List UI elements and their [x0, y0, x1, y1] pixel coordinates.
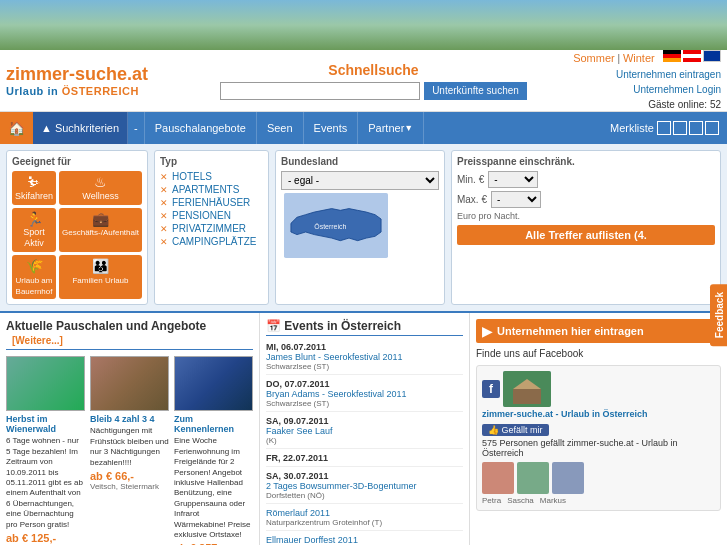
feedback-tab[interactable]: Feedback: [710, 284, 727, 346]
angebot-title-2[interactable]: Bleib 4 zahl 3 4: [90, 414, 169, 424]
typ-title: Typ: [160, 156, 263, 167]
search-panel: Geeignet für ⛷ Skifahren ♨ Wellness 🏃 Sp…: [0, 144, 727, 313]
chevron-down-icon: ▼: [404, 123, 413, 133]
geeignet-skifahren[interactable]: ⛷ Skifahren: [12, 171, 56, 205]
geeignet-wellness[interactable]: ♨ Wellness: [59, 171, 142, 205]
suchkriterien-label: Suchkriterien: [55, 122, 119, 134]
preis-min-select[interactable]: -102050: [488, 171, 538, 188]
camping-label: CAMPINGPLÄTZE: [172, 236, 256, 247]
nav-events[interactable]: Events: [304, 112, 359, 144]
typ-pensionen[interactable]: PENSIONEN: [160, 210, 263, 221]
login-link[interactable]: Unternehmen Login: [561, 82, 721, 97]
typ-apartments[interactable]: APARTMENTS: [160, 184, 263, 195]
typ-camping[interactable]: CAMPINGPLÄTZE: [160, 236, 263, 247]
preis-max-label: Max. €: [457, 194, 487, 205]
bundesland-select-wrapper: - egal - Wien Steiermark Kärnten Tirol Ö…: [281, 171, 439, 260]
event-date-5: SA, 30.07.2011: [266, 471, 463, 481]
sport-icon: 🏃: [15, 211, 53, 228]
unternehmen-title[interactable]: Unternehmen hier eintragen: [497, 325, 644, 337]
bundesland-dropdown[interactable]: - egal - Wien Steiermark Kärnten Tirol: [281, 171, 439, 190]
event-name-7[interactable]: Ellmauer Dorffest 2011: [266, 535, 463, 545]
event-item-3: SA, 09.07.2011 Faaker See Lauf (K): [266, 416, 463, 449]
typ-privatzimmer[interactable]: PRIVATZIMMER: [160, 223, 263, 234]
guests-count: Gäste online: 52: [648, 99, 721, 110]
geeignet-geschaeft[interactable]: 💼 Geschäfts-/Aufenthalt: [59, 208, 142, 252]
bookmark-box-3[interactable]: [689, 121, 703, 135]
sommer-link[interactable]: Sommer: [573, 52, 615, 64]
angebot-title-1[interactable]: Herbst im Wienerwald: [6, 414, 85, 434]
angebot-item-1: Herbst im Wienerwald 6 Tage wohnen - nur…: [6, 356, 85, 545]
geeignet-sport[interactable]: 🏃 Sport Aktiv: [12, 208, 56, 252]
facebook-box: f zimmer-suche.at - Urlaub in Österreich…: [476, 365, 721, 511]
wellness-label: Wellness: [82, 191, 118, 201]
home-button[interactable]: 🏠: [0, 112, 33, 144]
partner-label: Partner: [368, 122, 404, 134]
geeignet-title: Geeignet für: [12, 156, 142, 167]
angebot-thumb-1: [6, 356, 85, 411]
angebote-grid: Herbst im Wienerwald 6 Tage wohnen - nur…: [6, 356, 253, 545]
angebot-desc-2: Nächtigungen mit Frühstück bleiben und n…: [90, 426, 169, 468]
search-input[interactable]: [220, 82, 420, 100]
event-item-1: MI, 06.07.2011 James Blunt - Seerokfesti…: [266, 342, 463, 375]
angebot-desc-3: Eine Woche Ferienwohnung im Freigelände …: [174, 436, 253, 540]
logo-sub: Urlaub in ÖSTERREICH: [6, 85, 186, 97]
event-name-1[interactable]: James Blunt - Seerokfestival 2011: [266, 352, 463, 362]
event-item-7: Ellmauer Dorffest 2011: [266, 535, 463, 545]
typ-hotels[interactable]: HOTELS: [160, 171, 263, 182]
fb-header: f: [482, 371, 715, 407]
bookmark-box-2[interactable]: [673, 121, 687, 135]
search-button[interactable]: Unterkünfte suchen: [424, 82, 527, 100]
flag-en-icon[interactable]: [703, 50, 721, 62]
bookmark-box-1[interactable]: [657, 121, 671, 135]
fb-like-button[interactable]: 👍 Gefällt mir: [482, 424, 549, 436]
geeignet-familie[interactable]: 👪 Familien Urlaub: [59, 255, 142, 299]
angebot-desc-1: 6 Tage wohnen - nur 5 Tage bezahlen! Im …: [6, 436, 85, 530]
hotels-label: HOTELS: [172, 171, 212, 182]
event-date-3: SA, 09.07.2011: [266, 416, 463, 426]
winter-link[interactable]: Winter: [623, 52, 655, 64]
angebot-item-3: Zum Kennenlernen Eine Woche Ferienwohnun…: [174, 356, 253, 545]
nav-seen[interactable]: Seen: [257, 112, 304, 144]
bookmark-boxes: [657, 121, 719, 135]
geschaeft-icon: 💼: [62, 211, 139, 228]
unternehmen-header: ▶ Unternehmen hier eintragen: [476, 319, 721, 343]
typ-ferienhauser[interactable]: FERIENHÄUSER: [160, 197, 263, 208]
event-name-6[interactable]: Römerlauf 2011: [266, 508, 463, 518]
eintragen-link[interactable]: Unternehmen eintragen: [561, 67, 721, 82]
fb-person-1: Petra: [482, 496, 501, 505]
nav-merkliste: Merkliste: [602, 121, 727, 135]
event-name-3[interactable]: Faaker See Lauf: [266, 426, 463, 436]
pauschalen-more-link[interactable]: [Weitere...]: [12, 335, 63, 346]
fb-logo-icon: f: [482, 380, 500, 398]
angebot-title-3[interactable]: Zum Kennenlernen: [174, 414, 253, 434]
bookmark-box-4[interactable]: [705, 121, 719, 135]
flag-at-icon[interactable]: [683, 50, 701, 62]
event-name-2[interactable]: Bryan Adams - Seerokfestival 2011: [266, 389, 463, 399]
event-item-2: DO, 07.07.2011 Bryan Adams - Seerokfesti…: [266, 379, 463, 412]
nav-partner[interactable]: Partner ▼: [358, 112, 424, 144]
preis-section: Preisspanne einschränk. Min. € -102050 M…: [451, 150, 721, 305]
event-location-1: Schwarzlsee (ST): [266, 362, 463, 371]
privatzimmer-label: PRIVATZIMMER: [172, 223, 246, 234]
angebot-location-2: Veitsch, Steiermark: [90, 482, 169, 491]
event-name-5[interactable]: 2 Tages Bowsummer-3D-Bogentumer: [266, 481, 463, 491]
pauschalen-title: Aktuelle Pauschalen und Angebote [Weiter…: [6, 319, 253, 350]
fb-person-thumb-1: [482, 462, 514, 494]
wellness-icon: ♨: [62, 174, 139, 191]
facebook-f-icon: f: [489, 382, 493, 396]
bundesland-content: - egal - Wien Steiermark Kärnten Tirol Ö…: [281, 171, 439, 260]
alle-treffer-button[interactable]: Alle Treffer auflisten (4.: [457, 225, 715, 245]
geeignet-bauernhof[interactable]: 🌾 Urlaub am Bauernhof: [12, 255, 56, 299]
logo[interactable]: zimmer-suche.at: [6, 64, 186, 85]
arrow-up-icon: ▲: [41, 122, 52, 134]
search-title: Schnellsuche: [196, 62, 551, 78]
events-section: 📅 Events in Österreich MI, 06.07.2011 Ja…: [260, 313, 470, 545]
event-date-2: DO, 07.07.2011: [266, 379, 463, 389]
nav-pauschalen[interactable]: Pauschalangebote: [145, 112, 257, 144]
flag-de-icon[interactable]: [663, 50, 681, 62]
preis-max-select[interactable]: -50100200: [491, 191, 541, 208]
search-row: Unterkünfte suchen: [196, 82, 551, 100]
nav-suchkriterien[interactable]: ▲ Suchkriterien: [33, 112, 128, 144]
fb-page-name[interactable]: zimmer-suche.at - Urlaub in Österreich: [482, 409, 715, 419]
typ-section: Typ HOTELS APARTMENTS FERIENHÄUSER PENSI…: [154, 150, 269, 305]
